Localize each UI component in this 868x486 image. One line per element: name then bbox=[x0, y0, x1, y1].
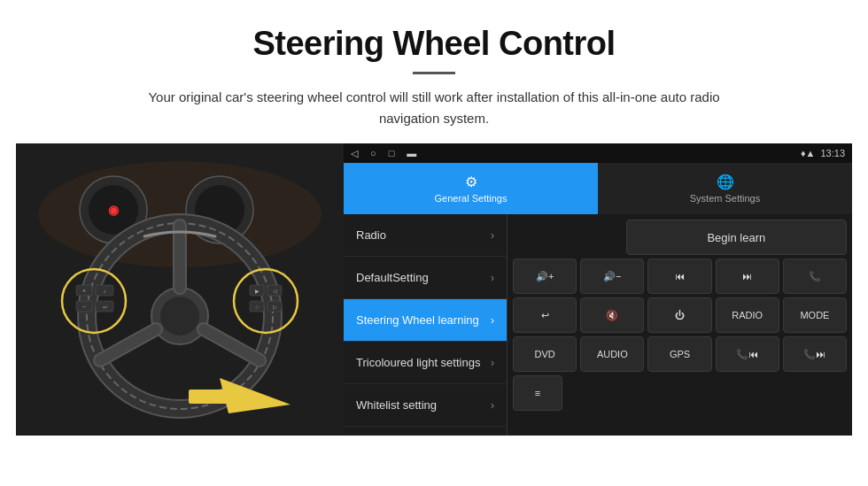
menu-icon[interactable]: ▬ bbox=[407, 148, 416, 158]
svg-text:◁: ◁ bbox=[273, 289, 277, 294]
head-unit-panel: ◁ ○ □ ▬ ♦▲ 13:13 ⚙ General Settings 🌐 bbox=[344, 143, 852, 436]
radio-label: RADIO bbox=[732, 310, 763, 320]
status-bar: ◁ ○ □ ▬ ♦▲ 13:13 bbox=[344, 143, 852, 163]
menu-default-label: DefaultSetting bbox=[356, 271, 429, 284]
settings-tabs: ⚙ General Settings 🌐 System Settings bbox=[344, 163, 852, 214]
svg-text:○: ○ bbox=[255, 305, 259, 310]
tab-system-label: System Settings bbox=[690, 193, 760, 204]
audio-button[interactable]: AUDIO bbox=[580, 336, 644, 372]
list-icon: ≡ bbox=[535, 388, 540, 398]
steering-wheel-svg: ◉ + bbox=[16, 143, 344, 436]
phone-next-button[interactable]: 📞⏭ bbox=[783, 336, 847, 372]
settings-body: Radio › DefaultSetting › Steering Wheel … bbox=[344, 214, 852, 436]
svg-text:−: − bbox=[82, 304, 86, 310]
phone-button[interactable]: 📞 bbox=[783, 258, 847, 294]
mute-icon: 🔇 bbox=[606, 310, 618, 321]
hangup-button[interactable]: ↩ bbox=[513, 297, 577, 333]
menu-item-steering[interactable]: Steering Wheel learning › bbox=[344, 299, 507, 342]
menu-steering-label: Steering Wheel learning bbox=[356, 313, 479, 327]
nav-buttons: ◁ ○ □ ▬ bbox=[351, 148, 416, 159]
gear-icon: ⚙ bbox=[465, 174, 477, 190]
menu-item-defaultsetting[interactable]: DefaultSetting › bbox=[344, 257, 507, 299]
page-wrapper: Steering Wheel Control Your original car… bbox=[0, 0, 868, 436]
menu-item-tricoloured[interactable]: Tricoloured light settings › bbox=[344, 342, 507, 384]
chevron-steering: › bbox=[491, 314, 494, 327]
recents-icon[interactable]: □ bbox=[389, 148, 395, 158]
gps-button[interactable]: GPS bbox=[647, 336, 711, 372]
home-icon[interactable]: ○ bbox=[370, 148, 376, 158]
control-row-1: Begin learn bbox=[513, 220, 847, 255]
main-content: ◉ + bbox=[0, 143, 868, 436]
empty-space bbox=[513, 220, 623, 255]
begin-learn-button[interactable]: Begin learn bbox=[626, 220, 847, 255]
mute-button[interactable]: 🔇 bbox=[580, 297, 644, 333]
vol-up-icon: 🔊+ bbox=[536, 271, 554, 282]
next-track-button[interactable]: ⏭ bbox=[716, 258, 779, 294]
svg-rect-37 bbox=[189, 390, 242, 404]
prev-track-button[interactable]: ⏮ bbox=[647, 258, 711, 294]
tab-system-settings[interactable]: 🌐 System Settings bbox=[598, 163, 852, 214]
vol-up-button[interactable]: 🔊+ bbox=[513, 258, 577, 294]
signal-icon: ♦▲ bbox=[801, 148, 816, 158]
radio-button[interactable]: RADIO bbox=[716, 297, 779, 333]
menu-item-whitelist[interactable]: Whitelist setting › bbox=[344, 384, 507, 427]
settings-menu: Radio › DefaultSetting › Steering Wheel … bbox=[344, 214, 508, 436]
tab-general-settings[interactable]: ⚙ General Settings bbox=[344, 163, 598, 214]
time-display: 13:13 bbox=[820, 148, 845, 158]
page-subtitle: Your original car's steering wheel contr… bbox=[124, 87, 744, 129]
steering-wheel-image: ◉ + bbox=[16, 143, 344, 436]
globe-icon: 🌐 bbox=[717, 174, 734, 190]
mode-button[interactable]: MODE bbox=[783, 297, 847, 333]
page-title: Steering Wheel Control bbox=[35, 25, 833, 63]
control-row-4: DVD AUDIO GPS 📞⏮ 📞⏭ bbox=[513, 336, 847, 372]
phone-icon: 📞 bbox=[809, 271, 821, 282]
menu-whitelist-label: Whitelist setting bbox=[356, 398, 437, 412]
control-row-3: ↩ 🔇 ⏻ RADIO MODE bbox=[513, 297, 847, 333]
dvd-button[interactable]: DVD bbox=[513, 336, 577, 372]
next-icon: ⏭ bbox=[742, 271, 752, 282]
svg-point-11 bbox=[160, 297, 199, 336]
chevron-radio: › bbox=[491, 229, 494, 242]
audio-label: AUDIO bbox=[597, 349, 628, 359]
phone-next-icon: 📞⏭ bbox=[803, 349, 825, 360]
back-icon[interactable]: ◁ bbox=[351, 148, 358, 159]
phone-prev-icon: 📞⏮ bbox=[736, 349, 758, 360]
svg-text:▶: ▶ bbox=[255, 289, 260, 294]
svg-text:◉: ◉ bbox=[108, 203, 120, 217]
control-row-2: 🔊+ 🔊− ⏮ ⏭ 📞 bbox=[513, 258, 847, 294]
chevron-tricoloured: › bbox=[491, 357, 494, 369]
vol-down-button[interactable]: 🔊− bbox=[580, 258, 644, 294]
phone-prev-button[interactable]: 📞⏮ bbox=[716, 336, 779, 372]
hangup-icon: ↩ bbox=[541, 310, 549, 321]
status-right: ♦▲ 13:13 bbox=[801, 148, 845, 158]
prev-icon: ⏮ bbox=[675, 271, 685, 282]
dvd-label: DVD bbox=[534, 349, 554, 359]
vol-down-icon: 🔊− bbox=[603, 271, 621, 282]
menu-item-radio[interactable]: Radio › bbox=[344, 214, 507, 257]
control-panel: Begin learn 🔊+ 🔊− ⏮ bbox=[508, 214, 852, 436]
power-icon: ⏻ bbox=[675, 310, 685, 320]
menu-tricoloured-label: Tricoloured light settings bbox=[356, 356, 480, 369]
control-row-5: ≡ bbox=[513, 375, 847, 411]
gps-label: GPS bbox=[670, 349, 690, 359]
svg-text:♪: ♪ bbox=[104, 289, 106, 294]
menu-radio-label: Radio bbox=[356, 228, 386, 242]
tab-general-label: General Settings bbox=[435, 193, 508, 204]
mode-label: MODE bbox=[800, 310, 829, 320]
svg-text:↩: ↩ bbox=[103, 305, 107, 310]
chevron-default: › bbox=[491, 272, 494, 284]
svg-text:+: + bbox=[82, 288, 86, 294]
svg-text:▷: ▷ bbox=[273, 305, 277, 310]
power-button[interactable]: ⏻ bbox=[647, 297, 711, 333]
title-divider bbox=[413, 72, 455, 74]
page-header: Steering Wheel Control Your original car… bbox=[0, 0, 868, 143]
list-button[interactable]: ≡ bbox=[513, 375, 562, 411]
chevron-whitelist: › bbox=[491, 399, 494, 412]
